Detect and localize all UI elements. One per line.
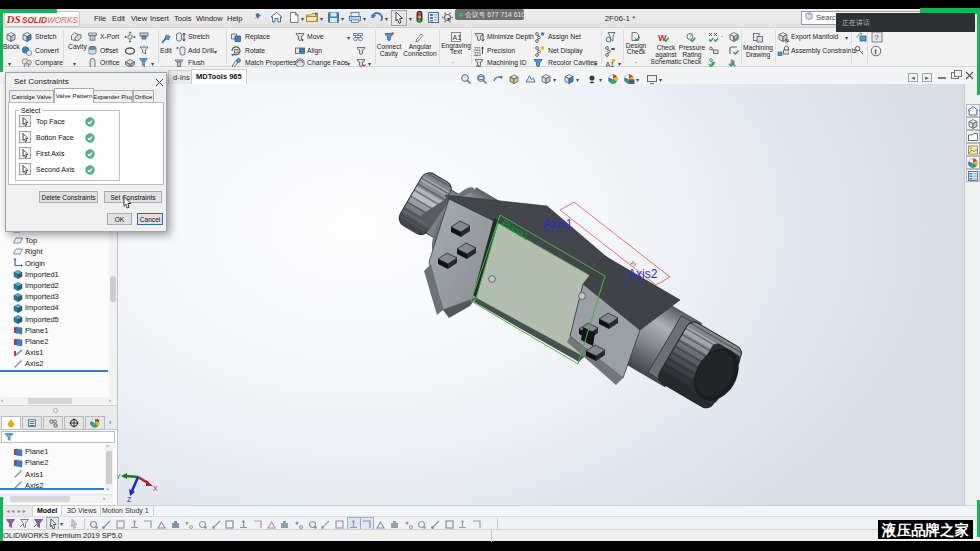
svg-text:Y: Y xyxy=(118,473,121,480)
svg-text:J23: J23 xyxy=(474,51,482,56)
svg-text:A1: A1 xyxy=(453,34,462,41)
svg-text:?: ? xyxy=(874,33,879,42)
svg-text:i: i xyxy=(875,46,877,55)
svg-text:Z: Z xyxy=(127,496,132,503)
svg-text:SOLID: SOLID xyxy=(22,16,47,25)
svg-text:?: ? xyxy=(807,13,810,19)
svg-text:Axis1: Axis1 xyxy=(543,217,573,231)
svg-text:DS: DS xyxy=(6,13,21,25)
svg-text:X: X xyxy=(153,485,158,492)
svg-text:WORKS: WORKS xyxy=(47,16,78,25)
svg-text:Axis2: Axis2 xyxy=(628,267,658,281)
